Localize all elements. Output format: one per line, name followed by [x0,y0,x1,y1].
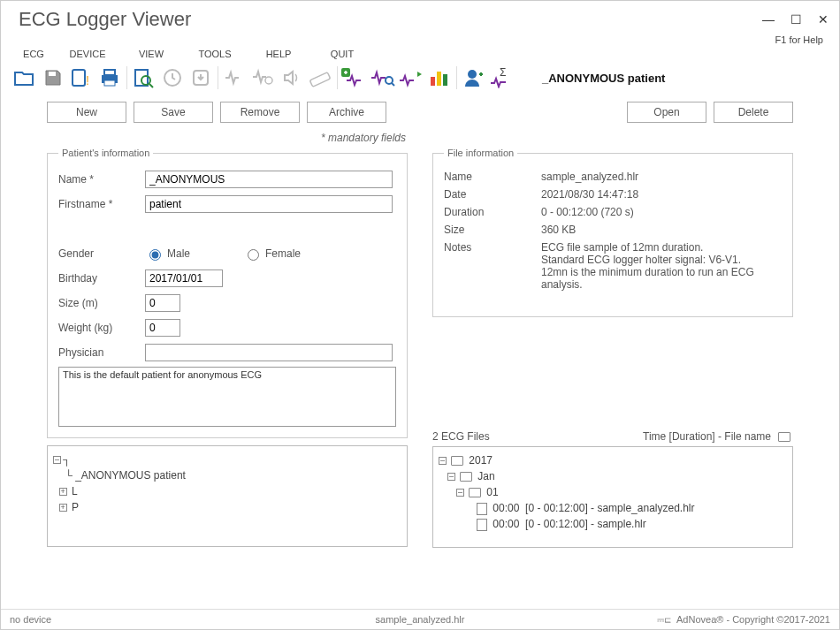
delete-button[interactable]: Delete [714,102,793,123]
toolbar-separator [218,66,218,89]
open-button[interactable]: Open [627,102,706,123]
current-patient-label: _ANONYMOUS patient [542,72,665,85]
close-button[interactable]: ✕ [818,12,829,27]
pulse-search-icon[interactable] [370,65,396,91]
minimize-button[interactable]: — [762,12,775,27]
menu-help[interactable]: HELP [247,47,310,61]
svg-rect-16 [431,77,435,86]
file-duration-value: 0 - 00:12:00 (720 s) [541,206,782,218]
patient-notes-textarea[interactable] [58,367,396,427]
weight-input[interactable] [145,319,180,337]
pulse-import-icon[interactable] [341,65,368,91]
save-disk-icon[interactable] [40,65,66,91]
patient-fieldset: Patient's information Name * Firstname *… [47,148,408,438]
statusbar: no device sample_analyzed.hlr ⎓⊏ AdNovea… [1,609,839,629]
svg-rect-17 [437,72,441,86]
file-name-value: sample_analyzed.hlr [541,171,782,183]
plug-icon: ⎓⊏ [657,612,671,626]
new-button[interactable]: New [47,102,126,123]
name-input[interactable] [145,171,393,188]
female-radio[interactable]: Female [243,247,301,261]
svg-point-7 [141,76,150,85]
menubar: ECG DEVICE VIEW TOOLS HELP QUIT [1,45,839,65]
ecg-file-tree[interactable]: – 2017 – Jan – 01 00:00 [0 - 00:12:00] -… [432,446,793,548]
open-folder-icon[interactable] [11,65,38,91]
name-label: Name * [58,173,145,186]
menu-device[interactable]: DEVICE [56,47,119,61]
file-notes-value: ECG file sample of 12mn duration. Standa… [541,241,782,291]
file-fieldset: File information Namesample_analyzed.hlr… [432,148,793,317]
male-radio[interactable]: Male [145,247,190,261]
menu-tools[interactable]: TOOLS [183,47,247,61]
folder-icon[interactable] [778,432,790,442]
mandatory-note: * mandatory fields [1,125,839,148]
toolbar: ! Σ _ANONYMOUS patient [1,65,839,96]
svg-line-8 [149,84,153,87]
file-date-value: 2021/08/30 14:47:18 [541,188,782,201]
svg-rect-5 [104,80,115,86]
ecg-tree-header: 2 ECG Files Time [Duration] - File name [432,430,793,443]
birthday-input[interactable] [145,269,223,287]
patient-legend: Patient's information [58,148,153,158]
physician-input[interactable] [145,344,393,361]
weight-label: Weight (kg) [58,322,145,334]
svg-rect-1 [73,70,85,86]
svg-rect-12 [309,72,330,87]
user-icon[interactable] [461,65,487,91]
action-buttons: New Save Remove Archive Open Delete [1,96,839,125]
svg-rect-0 [49,72,56,76]
birthday-label: Birthday [58,272,145,285]
sound-icon[interactable] [279,65,305,91]
gender-label: Gender [58,247,145,260]
left-column: Patient's information Name * Firstname *… [47,148,408,548]
file-legend: File information [444,148,517,158]
window-controls: — ☐ ✕ [762,12,829,27]
svg-text:!: ! [86,73,89,87]
size-input[interactable] [145,294,180,312]
size-label: Size (m) [58,297,145,309]
menu-ecg[interactable]: ECG [11,47,56,61]
status-file: sample_analyzed.hlr [376,614,465,625]
remove-button[interactable]: Remove [220,102,300,123]
app-window: ECG Logger Viewer — ☐ ✕ F1 for Help ECG … [0,0,840,630]
file-name-label: Name [444,171,541,183]
file-size-value: 360 KB [541,224,782,236]
toolbar-separator [337,66,338,89]
firstname-label: Firstname * [58,198,145,210]
clock-icon[interactable] [159,65,186,91]
status-copyright: AdNovea® - Copyright ©2017-2021 [676,614,830,625]
ruler-icon[interactable] [307,65,333,91]
ecg-file-count: 2 ECG Files [432,430,490,443]
physician-label: Physician [58,346,145,359]
patient-tree[interactable]: –┐ └ _ANONYMOUS patient + L + P [47,445,408,547]
archive-button[interactable]: Archive [307,102,386,123]
save-button[interactable]: Save [134,102,213,123]
right-column: File information Namesample_analyzed.hlr… [432,148,793,548]
download-icon[interactable] [187,65,214,91]
file-duration-label: Duration [444,206,541,218]
file-notes-label: Notes [444,241,541,291]
bars-icon[interactable] [426,65,453,91]
file-size-label: Size [444,224,541,236]
app-title: ECG Logger Viewer [19,8,191,31]
svg-rect-4 [104,70,115,75]
svg-point-11 [265,77,272,84]
sigma-pulse-icon[interactable]: Σ [489,65,515,91]
menu-view[interactable]: VIEW [119,47,183,61]
file-date-label: Date [444,188,541,201]
zoom-page-icon[interactable] [131,65,157,91]
pulse-icon[interactable] [222,65,248,91]
toolbar-separator [126,66,127,89]
svg-point-19 [468,70,477,79]
svg-rect-18 [443,74,447,86]
scan-device-icon[interactable]: ! [68,65,95,91]
print-icon[interactable] [96,65,123,91]
ecg-sort-label: Time [Duration] - File name [643,430,771,443]
firstname-input[interactable] [145,195,393,213]
help-hint: F1 for Help [1,34,839,45]
menu-quit[interactable]: QUIT [310,47,374,61]
pulse-export-icon[interactable] [398,65,424,91]
pulse-zoom-icon[interactable] [250,65,277,91]
maximize-button[interactable]: ☐ [790,12,802,27]
titlebar: ECG Logger Viewer — ☐ ✕ [1,1,839,34]
